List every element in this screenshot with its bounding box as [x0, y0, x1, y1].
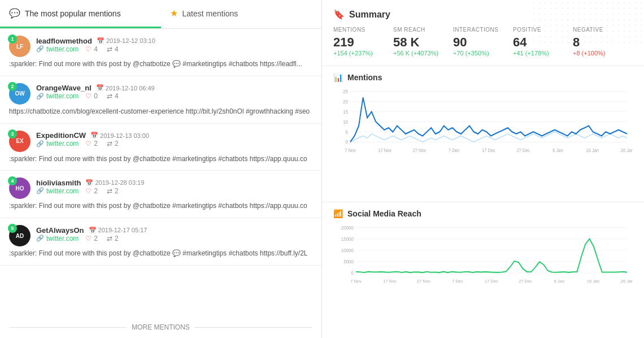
date: 📅2019-12-13 03:00 [90, 132, 149, 139]
svg-text:6 Jan: 6 Jan [554, 279, 564, 284]
share-icon: 🔗 [36, 235, 44, 242]
stat-value: 64 [513, 35, 564, 50]
stat-group: SM REACH 58 K +56 K (+4073%) [393, 27, 453, 57]
likes-count: ♡ 4 [85, 45, 98, 53]
stat-value: 8 [573, 35, 624, 50]
stat-label: MENTIONS [333, 27, 384, 33]
likes-count: ♡ 0 [85, 92, 98, 100]
likes-count: ♡ 2 [85, 140, 98, 148]
tab-latest[interactable]: ★ Latest mentions [161, 0, 322, 28]
svg-text:0: 0 [346, 140, 349, 145]
smreach-chart-section: 📶 Social Media Reach 0500010000150002000… [322, 202, 644, 338]
mention-text: :sparkler: Find out more with this post … [9, 154, 312, 164]
stat-group: MENTIONS 219 +154 (+237%) [333, 27, 393, 57]
source-link[interactable]: 🔗 twitter.com [36, 235, 79, 242]
source-link[interactable]: 🔗 twitter.com [36, 92, 79, 100]
tab-popular-label: The most popular mentions [25, 9, 121, 18]
svg-text:0: 0 [351, 271, 354, 276]
svg-text:5: 5 [346, 129, 349, 135]
more-mentions-button[interactable]: MORE MENTIONS [0, 317, 321, 338]
svg-text:17 Dec: 17 Dec [485, 279, 498, 284]
svg-text:20000: 20000 [341, 226, 354, 231]
svg-text:7 Nov: 7 Nov [350, 279, 362, 284]
mention-item: 5 AD GetAlwaysOn 📅2019-12-17 05:17 🔗 twi… [0, 218, 321, 266]
mentions-chart-area: 0510152025 7 Nov17 Nov27 Nov7 Dec17 Dec2… [333, 86, 633, 154]
summary-section: 🔖 Summary MENTIONS 219 +154 (+237%) SM R… [322, 0, 644, 66]
stat-label: INTERACTIONS [453, 27, 504, 33]
summary-stats: MENTIONS 219 +154 (+237%) SM REACH 58 K … [333, 27, 633, 57]
smreach-chart-area: 05000100001500020000 7 Nov17 Nov27 Nov7 … [333, 223, 633, 285]
mention-item: 2 OW OrangeWave_nl 📅2019-12-10 06:49 🔗 t… [0, 76, 321, 124]
svg-text:7 Dec: 7 Dec [452, 279, 463, 284]
source-link[interactable]: 🔗 twitter.com [36, 140, 79, 148]
likes-count: ♡ 2 [85, 235, 98, 242]
username: hioliviasmith [36, 179, 81, 187]
svg-text:26 Jan: 26 Jan [621, 148, 633, 153]
stat-group: POSITIVE 64 +41 (+178%) [513, 27, 573, 57]
svg-text:27 Dec: 27 Dec [519, 279, 532, 284]
date: 📅2019-12-12 03:10 [97, 37, 155, 45]
chat-icon: 💬 [9, 8, 20, 19]
avatar: 1 LF [9, 36, 31, 57]
stat-label: POSITIVE [513, 27, 564, 33]
rank-badge: 2 [8, 82, 17, 91]
tabs-container: 💬 The most popular mentions ★ Latest men… [0, 0, 321, 29]
rank-badge: 1 [8, 34, 17, 44]
wifi-icon: 📶 [333, 209, 343, 218]
mentions-chart-section: 📊 Mentions 0510152025 7 Nov17 Nov27 Nov7… [322, 66, 644, 202]
svg-text:27 Dec: 27 Dec [516, 148, 530, 153]
retweets-count: ⇄ 2 [107, 187, 119, 195]
avatar: 3 EX [9, 131, 31, 152]
svg-text:17 Dec: 17 Dec [482, 148, 495, 153]
stat-label: SM REACH [393, 27, 444, 33]
divider-right [194, 327, 312, 328]
svg-text:6 Jan: 6 Jan [552, 148, 563, 153]
svg-text:17 Nov: 17 Nov [383, 279, 397, 284]
mention-text: :sparkler: Find out more with this post … [9, 249, 312, 258]
svg-text:15000: 15000 [341, 237, 354, 242]
date: 📅2019-12-17 05:17 [89, 227, 147, 234]
stat-label: NEGATIVE [573, 27, 624, 33]
tab-popular[interactable]: 💬 The most popular mentions [0, 0, 161, 28]
stat-change: +8 (+100%) [573, 50, 624, 57]
date: 📅2019-12-10 06:49 [96, 84, 155, 92]
mentions-list: 1 LF leadflowmethod 📅2019-12-12 03:10 🔗 … [0, 29, 321, 317]
mention-item: 1 LF leadflowmethod 📅2019-12-12 03:10 🔗 … [0, 29, 321, 76]
retweets-count: ⇄ 2 [107, 140, 119, 148]
likes-count: ♡ 2 [85, 187, 98, 195]
username: leadflowmethod [36, 37, 92, 45]
avatar: 4 HO [9, 177, 31, 199]
stat-change: +70 (+350%) [453, 50, 504, 57]
source-link[interactable]: 🔗 twitter.com [36, 187, 79, 195]
mentions-chart-title: 📊 Mentions [333, 73, 633, 82]
avatar: 5 AD [9, 225, 31, 246]
retweets-count: ⇄ 4 [107, 45, 119, 53]
svg-text:27 Nov: 27 Nov [413, 148, 427, 153]
svg-text:16 Jan: 16 Jan [586, 148, 599, 153]
avatar: 2 OW [9, 83, 31, 105]
mention-text: :sparkler: Find out more with this post … [9, 201, 312, 211]
right-panel: 🔖 Summary MENTIONS 219 +154 (+237%) SM R… [322, 0, 644, 338]
rank-badge: 3 [8, 129, 17, 138]
share-icon: 🔗 [36, 45, 44, 53]
svg-text:5000: 5000 [343, 259, 354, 265]
stat-value: 90 [453, 35, 504, 50]
svg-text:27 Nov: 27 Nov [417, 279, 430, 284]
star-icon: ★ [170, 8, 178, 19]
stat-group: INTERACTIONS 90 +70 (+350%) [453, 27, 513, 57]
svg-text:10: 10 [343, 119, 348, 125]
svg-text:10000: 10000 [341, 248, 354, 253]
username: GetAlwaysOn [36, 226, 84, 235]
source-link[interactable]: 🔗 twitter.com [36, 45, 79, 53]
divider-left [9, 327, 127, 328]
retweets-count: ⇄ 2 [107, 235, 119, 242]
mention-item: 4 HO hioliviasmith 📅2019-12-28 03:19 🔗 t… [0, 171, 321, 218]
left-panel: 💬 The most popular mentions ★ Latest men… [0, 0, 322, 338]
rank-badge: 5 [8, 224, 17, 233]
stat-change: +56 K (+4073%) [393, 50, 444, 57]
svg-text:26 Jan: 26 Jan [621, 279, 633, 284]
mention-text: :sparkler: Find out more with this post … [9, 59, 312, 69]
stat-value: 219 [333, 35, 384, 50]
mention-item: 3 EX ExpeditionCW 📅2019-12-13 03:00 🔗 tw… [0, 124, 321, 171]
username: ExpeditionCW [36, 131, 86, 140]
